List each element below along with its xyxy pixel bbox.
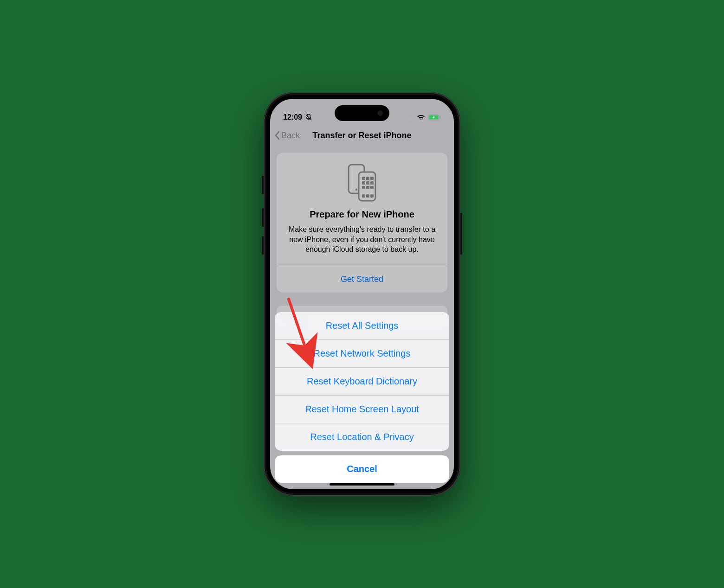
action-sheet: Reset All Settings Reset Network Setting…	[275, 312, 449, 483]
screen: 12:09	[270, 99, 454, 489]
silent-icon	[305, 114, 312, 121]
sheet-item-reset-all-settings[interactable]: Reset All Settings	[275, 312, 449, 340]
iphone-frame: 12:09	[264, 92, 460, 496]
sheet-item-reset-keyboard-dictionary[interactable]: Reset Keyboard Dictionary	[275, 368, 449, 396]
action-sheet-list: Reset All Settings Reset Network Setting…	[275, 312, 449, 451]
status-time: 12:09	[283, 113, 302, 121]
sheet-item-reset-network-settings[interactable]: Reset Network Settings	[275, 340, 449, 368]
cancel-button[interactable]: Cancel	[275, 455, 449, 483]
cellular-dots-icon	[403, 113, 414, 121]
sheet-item-reset-location-privacy[interactable]: Reset Location & Privacy	[275, 423, 449, 451]
svg-rect-2	[440, 116, 441, 119]
dynamic-island	[335, 105, 389, 121]
home-indicator[interactable]	[330, 483, 394, 486]
wifi-icon	[417, 114, 425, 121]
sheet-item-reset-home-screen-layout[interactable]: Reset Home Screen Layout	[275, 396, 449, 423]
battery-charging-icon	[428, 114, 441, 121]
